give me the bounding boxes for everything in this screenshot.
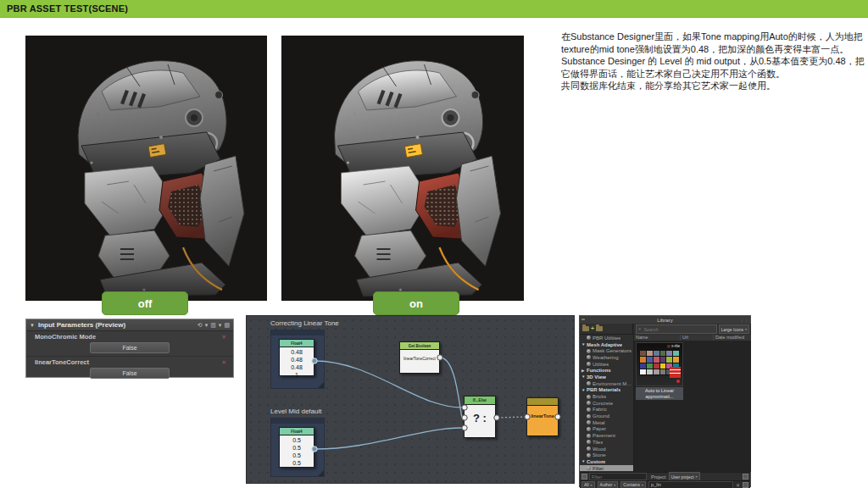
library-tree-item-bricks[interactable]: Bricks xyxy=(580,393,633,400)
library-tree-item-paper[interactable]: Paper xyxy=(580,426,633,433)
settings-icon[interactable] xyxy=(743,474,748,480)
mech-head-illustration xyxy=(281,36,524,301)
dropdown-caret-icon[interactable]: ▾ xyxy=(205,322,209,329)
parameter-value-button[interactable]: False xyxy=(90,342,170,353)
tree-item-label: Environment Maps xyxy=(593,381,633,386)
library-tree-item-mesh-adaptive[interactable]: ▼Mesh Adaptive xyxy=(580,341,633,348)
collapse-icon[interactable]: ▼ xyxy=(30,323,35,328)
field-dropdown[interactable]: Author▾ xyxy=(598,481,619,488)
color-swatch xyxy=(660,351,666,356)
edge-ifelse-to-output xyxy=(498,417,525,418)
operator-dropdown[interactable]: Contains▾ xyxy=(620,481,646,488)
remove-parameter-icon[interactable]: ✕ xyxy=(221,359,226,366)
ternary-symbol: ? : xyxy=(465,412,495,424)
float4-node-05[interactable]: Float4 0.50.50.50.5 xyxy=(279,427,314,468)
off-button[interactable]: off xyxy=(102,291,188,315)
asset-category-icon xyxy=(587,355,591,359)
asset-category-icon xyxy=(587,420,591,424)
clear-icon[interactable]: ✕ xyxy=(736,482,740,488)
library-tree-item-tiles[interactable]: Tiles xyxy=(580,439,633,446)
search-icon: ⌕ xyxy=(638,326,641,332)
page-icon[interactable]: ▨ xyxy=(224,322,230,329)
remove-parameter-icon[interactable]: ✕ xyxy=(221,334,226,341)
color-swatch xyxy=(647,363,653,369)
copy-icon[interactable]: ▥ xyxy=(210,322,216,329)
xrite-logo: ◎ x-rite xyxy=(667,344,680,348)
tree-item-label: Mask Generators xyxy=(593,348,632,353)
query-input[interactable] xyxy=(648,481,733,488)
color-swatch xyxy=(660,357,666,362)
tree-item-label: Mesh Adaptive xyxy=(587,342,622,347)
mech-head-illustration xyxy=(25,36,267,301)
asset-category-icon xyxy=(587,336,591,340)
view-mode-dropdown[interactable]: Large Icons▾ xyxy=(719,324,749,334)
color-swatch xyxy=(673,357,679,362)
asset-category-icon xyxy=(587,401,591,405)
panel-options-icon[interactable]: ⋮⋮ xyxy=(738,318,750,323)
library-tree-item-concrete[interactable]: Concrete xyxy=(580,400,633,407)
on-button[interactable]: on xyxy=(373,291,459,315)
library-tree-item-pbr-utilities[interactable]: PBR Utilities xyxy=(580,335,633,341)
input-parameters-header: ▼ Input Parameters (Preview) ⟲▾▥▾▨ xyxy=(26,319,233,331)
new-folder-icon[interactable] xyxy=(582,326,589,331)
float-value: 0.5 xyxy=(280,436,314,444)
float4-node-048[interactable]: Float4 0.480.480.481 xyxy=(279,339,314,376)
open-folder-icon[interactable] xyxy=(596,326,603,331)
color-swatch xyxy=(654,369,659,374)
library-tree-item-utilities[interactable]: Utilities xyxy=(580,361,633,368)
add-icon[interactable]: + xyxy=(591,326,594,331)
scope-dropdown[interactable]: All▾ xyxy=(581,481,595,488)
library-tree-item-fabric[interactable]: Fabric xyxy=(580,407,633,413)
float-value: 1 xyxy=(280,371,314,379)
tree-item-label: 3D View xyxy=(587,374,606,380)
asset-category-icon xyxy=(587,466,591,470)
float-value: 0.5 xyxy=(280,444,314,452)
color-swatch xyxy=(660,363,666,369)
tree-item-label: Paper xyxy=(593,426,606,431)
library-tree-item-custom[interactable]: ▼Custom xyxy=(580,458,633,465)
node-type-label: Float4 xyxy=(280,340,314,347)
column-url[interactable]: Url xyxy=(681,335,714,341)
reset-icon[interactable]: ⟲ xyxy=(198,322,203,329)
project-label: Project: xyxy=(651,474,667,480)
filter-input[interactable] xyxy=(589,473,647,480)
filter-icon[interactable] xyxy=(581,474,587,480)
library-tree-item-mask-generators[interactable]: Mask Generators xyxy=(580,347,633,354)
output-node-lineartone[interactable]: linearTone xyxy=(526,397,559,436)
asset-category-icon xyxy=(587,381,591,385)
parameter-label: MonoChromic Mode xyxy=(35,333,221,341)
color-swatch xyxy=(666,351,672,356)
search-input[interactable] xyxy=(642,326,714,333)
add-filter-icon[interactable] xyxy=(743,482,748,488)
page-header: PBR ASSET TEST(SCENE) xyxy=(0,0,868,18)
frame-label: Level Mid default xyxy=(270,408,321,415)
asset-card-auto-to-linear[interactable]: ◎ x-rite Auto to Linear approximati... xyxy=(636,342,683,400)
library-tree-item-environment-maps[interactable]: Environment Maps xyxy=(580,380,633,387)
color-swatch xyxy=(660,369,666,374)
dropdown-caret-icon[interactable]: ▾ xyxy=(219,322,222,329)
library-tree-item-pavement[interactable]: Pavement xyxy=(580,432,633,439)
library-title: Library xyxy=(592,318,738,323)
column-date-modified[interactable]: Date modified xyxy=(714,335,751,341)
asset-category-icon xyxy=(587,453,591,458)
library-tree-item-metal[interactable]: Metal xyxy=(580,419,633,426)
get-boolean-node[interactable]: Get Boolean linearToneCorrect xyxy=(399,341,440,374)
library-tree-item-weathering[interactable]: Weathering xyxy=(580,354,633,361)
library-tree-item-3d-view[interactable]: ▼3D View xyxy=(580,374,633,380)
column-name[interactable]: Name xyxy=(634,335,681,341)
library-tree-item-functions[interactable]: ▶Functions xyxy=(580,367,633,374)
library-tree-item-filter[interactable]: Filter xyxy=(580,465,633,472)
asset-category-icon xyxy=(587,434,591,438)
tree-item-label: Functions xyxy=(587,368,611,373)
if-else-node[interactable]: If...Else ? : xyxy=(464,396,496,438)
library-tree-item-wood[interactable]: Wood xyxy=(580,446,633,452)
library-tree-item-ground[interactable]: Ground xyxy=(580,413,633,419)
field-value: Author xyxy=(600,482,613,487)
library-tree-item-stone[interactable]: Stone xyxy=(580,452,633,458)
tree-item-label: Bricks xyxy=(593,394,606,399)
search-box[interactable]: ⌕ xyxy=(636,324,717,334)
library-tree-item-pbr-materials[interactable]: ▼PBR Materials xyxy=(580,387,633,394)
input-parameters-panel: ▼ Input Parameters (Preview) ⟲▾▥▾▨ MonoC… xyxy=(25,319,234,378)
parameter-value-button[interactable]: False xyxy=(90,368,170,379)
description-paragraph: Substance Desinger 的 Level 的 mid output，… xyxy=(561,55,865,80)
